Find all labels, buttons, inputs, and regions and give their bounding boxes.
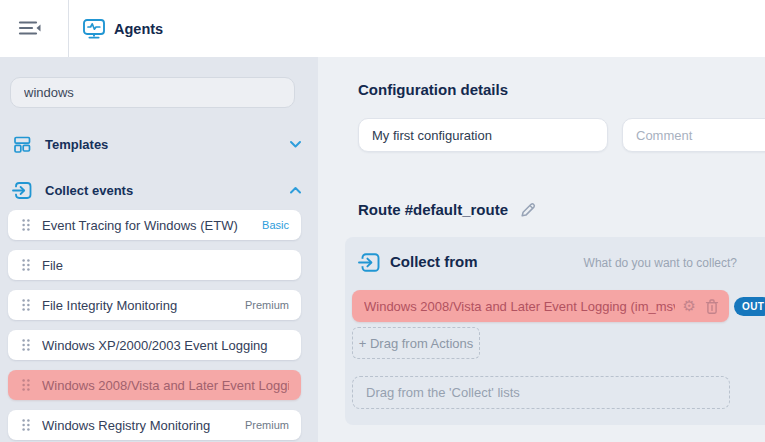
list-item[interactable]: Windows XP/2000/2003 Event Logging: [8, 330, 301, 360]
drag-handle-icon: [21, 418, 31, 432]
drag-handle-icon: [21, 338, 31, 352]
list-item[interactable]: File Integrity MonitoringPremium: [8, 290, 301, 320]
configuration-name-input[interactable]: [358, 118, 608, 152]
list-item-label: Windows XP/2000/2003 Event Logging: [42, 338, 289, 353]
pencil-icon: [519, 200, 538, 219]
list-item-label: Windows Registry Monitoring: [42, 418, 237, 433]
collapse-sidebar-icon[interactable]: [17, 17, 43, 39]
topbar-divider: [68, 0, 69, 57]
route-title: Route #default_route: [358, 201, 508, 218]
collect-from-panel: Collect from What do you want to collect…: [345, 237, 765, 425]
module-label: Windows 2008/Vista and Later Event Loggi…: [364, 299, 675, 314]
list-item[interactable]: Windows Registry MonitoringPremium: [8, 410, 301, 440]
drag-handle-icon: [21, 298, 31, 312]
list-item[interactable]: File: [8, 250, 301, 280]
drag-from-actions-label: + Drag from Actions: [359, 336, 474, 351]
collect-dropzone[interactable]: Drag from the 'Collect' lists: [352, 376, 730, 409]
list-item-label: File Integrity Monitoring: [42, 298, 237, 313]
agents-logo-icon: [81, 16, 107, 42]
templates-icon: [12, 134, 33, 155]
collect-from-icon: [358, 251, 381, 274]
section-label: Collect events: [45, 183, 289, 198]
chevron-down-icon: [289, 140, 302, 149]
collect-from-title: Collect from: [390, 253, 478, 270]
top-bar: Agents: [0, 0, 765, 57]
sidebar-module-list: Event Tracing for Windows (ETW)BasicFile…: [8, 210, 301, 440]
drag-handle-icon: [21, 218, 31, 232]
sidebar-section-collect-events[interactable]: Collect events: [12, 176, 304, 204]
collect-module-item[interactable]: Windows 2008/Vista and Later Event Loggi…: [352, 290, 729, 322]
list-item[interactable]: Event Tracing for Windows (ETW)Basic: [8, 210, 301, 240]
module-settings-button[interactable]: ⚙: [683, 298, 696, 314]
sidebar: Templates Collect events Event Tracing f…: [0, 57, 318, 442]
dropzone-hint: Drag from the 'Collect' lists: [366, 385, 520, 400]
drag-handle-icon: [21, 378, 31, 392]
list-item[interactable]: Windows 2008/Vista and Later Event Loggi…: [8, 370, 301, 400]
list-item-label: Windows 2008/Vista and Later Event Loggi…: [42, 378, 289, 393]
trash-icon: [704, 298, 720, 315]
search-input[interactable]: [10, 77, 295, 108]
route-header: Route #default_route: [358, 200, 538, 219]
main-content: Configuration details Route #default_rou…: [318, 57, 765, 442]
tier-badge: Premium: [245, 419, 289, 431]
page-title: Agents: [114, 0, 163, 57]
collect-hint-text: What do you want to collect?: [537, 256, 737, 270]
drag-from-actions-dropzone[interactable]: + Drag from Actions: [352, 327, 480, 359]
list-item-label: Event Tracing for Windows (ETW): [42, 218, 254, 233]
list-item-label: File: [42, 258, 289, 273]
out-badge: OUT: [734, 297, 765, 316]
drag-handle-icon: [21, 258, 31, 272]
tier-badge: Premium: [245, 299, 289, 311]
chevron-up-icon: [289, 186, 302, 195]
configuration-details-heading: Configuration details: [358, 81, 508, 98]
section-label: Templates: [45, 137, 289, 152]
collect-events-icon: [12, 180, 33, 201]
tier-badge: Basic: [262, 219, 289, 231]
comment-input[interactable]: [622, 118, 765, 152]
edit-route-button[interactable]: [519, 200, 538, 219]
gear-icon: ⚙: [683, 298, 696, 314]
sidebar-section-templates[interactable]: Templates: [12, 130, 304, 158]
module-delete-button[interactable]: [704, 298, 720, 315]
